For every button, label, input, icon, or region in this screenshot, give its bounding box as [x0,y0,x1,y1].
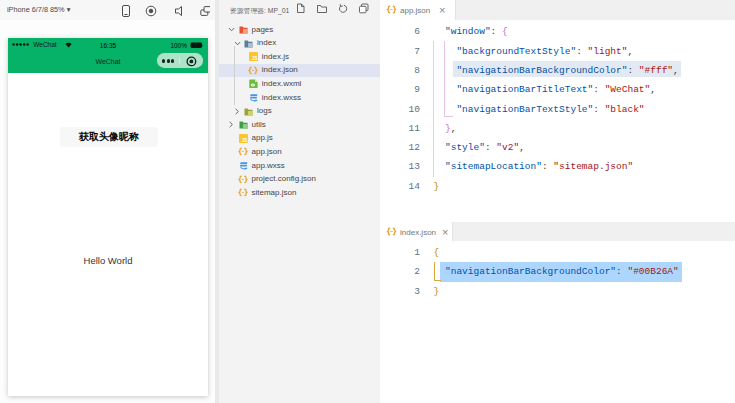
svg-text:JS: JS [241,138,247,143]
svg-text:JS: JS [252,56,258,61]
